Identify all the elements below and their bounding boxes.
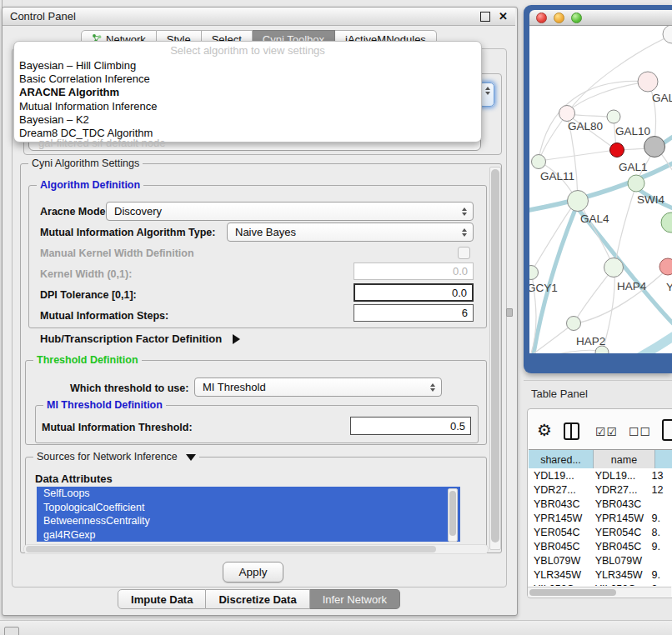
table-cell: 8. — [649, 527, 672, 538]
hub-definition-expander[interactable]: Hub/Transcription Factor Definition — [40, 331, 240, 346]
combo-arrows-icon — [427, 383, 439, 392]
table-column-header[interactable] — [655, 450, 672, 469]
network-window-titlebar — [529, 10, 672, 26]
combo-arrows-icon — [459, 208, 470, 216]
table-cell: YBR043C — [529, 498, 590, 510]
bottom-tab-infer-network[interactable]: Infer Network — [310, 589, 400, 609]
cyni-settings-legend: Cyni Algorithm Settings — [28, 158, 143, 169]
table-row[interactable]: YER054CYER054C8. — [529, 525, 672, 539]
zoom-traffic-light[interactable] — [571, 12, 582, 23]
split-columns-icon[interactable] — [564, 422, 579, 440]
data-attribute-item[interactable]: SelfLoops — [37, 487, 460, 501]
sources-legend-collapse[interactable]: Sources for Network Inference — [33, 451, 199, 462]
node-gal-partial[interactable] — [638, 72, 658, 92]
node-SWI4[interactable] — [628, 175, 644, 192]
minimize-traffic-light[interactable] — [554, 12, 564, 23]
table-cell: 13 — [649, 470, 672, 482]
network-edge[interactable] — [529, 350, 598, 353]
table-row[interactable]: YLR345WYLR345W9. — [529, 568, 672, 582]
table-row[interactable]: YPR145WYPR145W9. — [529, 511, 672, 525]
node-salmon[interactable] — [659, 258, 672, 275]
manual-kernel-checkbox[interactable] — [458, 247, 470, 259]
node-label: HAP4 — [617, 280, 647, 292]
close-icon[interactable]: ✕ — [499, 12, 508, 21]
close-traffic-light[interactable] — [536, 12, 547, 23]
data-attributes-list: SelfLoopsTopologicalCoefficientBetweenne… — [37, 487, 460, 542]
table-row[interactable]: YIL052CYIL052C9 — [529, 582, 672, 586]
node-GAL11[interactable] — [532, 155, 546, 169]
table-horizontal-scrollbar[interactable] — [528, 587, 671, 597]
table-cell: YBL079W — [529, 555, 590, 567]
mi-algorithm-type-select[interactable]: Naive Bayes — [227, 222, 474, 242]
document-icon[interactable] — [662, 419, 672, 441]
algorithm-option[interactable]: Mutual Information Inference — [14, 100, 481, 113]
status-bar — [0, 620, 672, 635]
table-column-header[interactable]: name — [594, 450, 655, 469]
table-row[interactable]: YDL19...YDL19...13 — [529, 468, 672, 482]
node-GAL4[interactable] — [568, 191, 589, 212]
bottom-tab-discretize-data[interactable]: Discretize Data — [206, 589, 309, 609]
table-cell: 12 — [649, 484, 672, 496]
expand-right-icon — [233, 334, 240, 344]
algorithm-option[interactable]: ARACNE Algorithm — [14, 86, 481, 99]
threshold-definition-legend: Threshold Definition — [33, 354, 142, 366]
node-green-right[interactable] — [661, 212, 672, 232]
table-panel-title: Table Panel — [531, 388, 588, 400]
mi-steps-input[interactable]: 6 — [354, 304, 474, 322]
table-row[interactable]: YBR045CYBR045C9. — [529, 539, 672, 553]
algorithm-option[interactable]: Bayesian – K2 — [14, 113, 481, 127]
data-attributes-label: Data Attributes — [35, 472, 113, 485]
table-row[interactable]: YBL079WYBL079W — [529, 553, 672, 568]
table-cell: YBR045C — [529, 541, 590, 552]
node-gray[interactable] — [644, 137, 665, 158]
node-label: GAL80 — [568, 120, 603, 132]
network-edge[interactable] — [532, 206, 573, 271]
network-edge[interactable] — [615, 185, 636, 263]
table-row[interactable]: YDR27...YDR27...12 — [529, 482, 672, 497]
kernel-width-label: Kernel Width (0,1): — [40, 268, 132, 280]
network-edge[interactable] — [568, 82, 648, 112]
network-canvas[interactable]: GALGAL80GAL10GAL1GAL11SWI4GAL4GCY1HAP4YH… — [529, 26, 672, 353]
node-label: GAL4 — [580, 212, 609, 225]
table-cell: YDR27... — [590, 484, 649, 496]
aracne-mode-label: Aracne Mode: — [40, 206, 109, 218]
table-column-header[interactable]: shared... — [529, 450, 594, 469]
deselect-all-checkboxes-icon[interactable]: ☐☐ — [629, 425, 651, 438]
data-attribute-item[interactable]: gal4RGexp — [37, 528, 460, 542]
apply-button[interactable]: Apply — [223, 562, 283, 582]
settings-horizontal-scrollbar[interactable] — [23, 544, 489, 554]
dpi-tolerance-label: DPI Tolerance [0,1]: — [40, 289, 137, 301]
which-threshold-select[interactable]: MI Threshold — [194, 378, 442, 397]
node-label: HAP2 — [576, 335, 605, 348]
table-cell: YER054C — [529, 527, 590, 538]
node-partial-top[interactable] — [663, 26, 672, 43]
mi-threshold-input[interactable]: 0.5 — [350, 417, 471, 435]
which-threshold-label: Which threshold to use: — [70, 382, 188, 394]
node-GAL80[interactable] — [559, 106, 575, 122]
gear-icon[interactable]: ⚙ — [537, 420, 552, 440]
table-row[interactable]: YBR043CYBR043C — [529, 497, 672, 511]
select-all-checkboxes-icon[interactable]: ☑☑ — [595, 425, 618, 438]
node-label: GCY1 — [529, 282, 558, 294]
float-window-icon[interactable] — [480, 12, 490, 22]
settings-vertical-scrollbar[interactable] — [489, 167, 501, 550]
node-HAP2[interactable] — [567, 317, 581, 331]
node-label: GAL10 — [615, 125, 650, 138]
node-GAL10[interactable] — [607, 110, 620, 123]
panel-splitter-handle[interactable] — [506, 308, 513, 317]
algorithm-option[interactable]: Basic Correlation Inference — [14, 72, 481, 86]
data-attribute-item[interactable]: BetweennessCentrality — [37, 514, 460, 528]
table-cell: YBR045C — [590, 541, 649, 552]
algorithm-option[interactable]: Bayesian – Hill Climbing — [14, 59, 481, 72]
node-GCY1[interactable] — [529, 266, 539, 280]
minimized-panel-icon[interactable] — [4, 627, 19, 635]
bottom-tab-impute-data[interactable]: Impute Data — [118, 589, 206, 609]
attributes-list-scrollbar[interactable] — [448, 488, 458, 542]
node-HAP4[interactable] — [604, 258, 624, 278]
data-attribute-item[interactable]: TopologicalCoefficient — [37, 501, 460, 515]
dpi-tolerance-input[interactable]: 0.0 — [354, 283, 474, 302]
network-edge[interactable] — [633, 337, 672, 353]
node-selected-red[interactable] — [610, 143, 624, 158]
kernel-width-input[interactable]: 0.0 — [354, 262, 474, 280]
aracne-mode-select[interactable]: Discovery — [106, 202, 474, 221]
